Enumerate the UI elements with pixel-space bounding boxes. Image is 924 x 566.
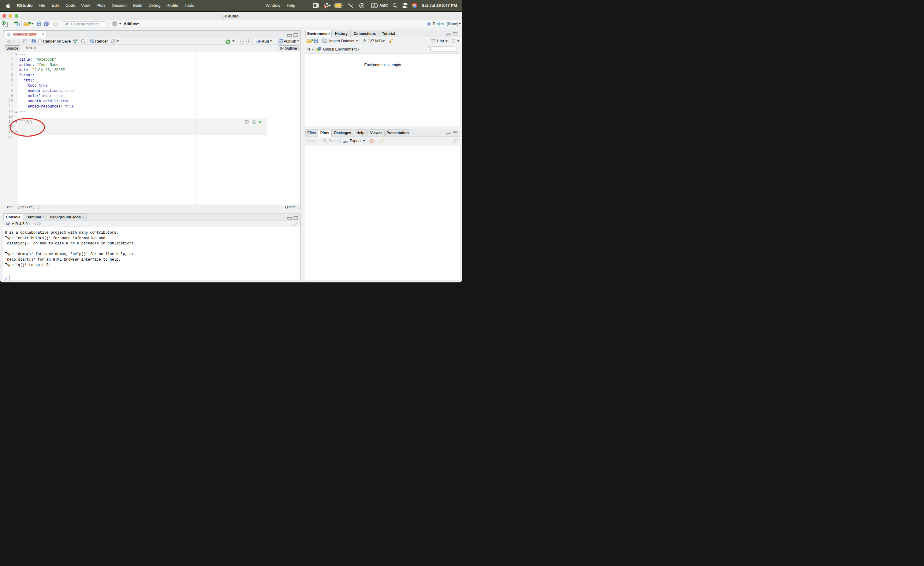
svg-text:2: 2: [325, 6, 326, 9]
svg-text:R: R: [7, 222, 9, 226]
svg-text:R: R: [428, 23, 430, 26]
svg-text:A: A: [373, 4, 376, 8]
